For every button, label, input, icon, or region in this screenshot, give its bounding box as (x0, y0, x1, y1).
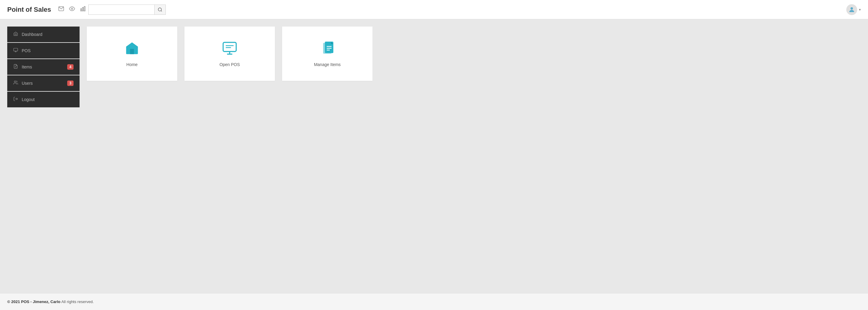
email-icon[interactable] (58, 6, 64, 13)
sidebar-label-dashboard: Dashboard (22, 32, 42, 37)
svg-rect-4 (84, 7, 85, 11)
footer-copyright: © 2021 POS - Jimenez, Carlo All rights r… (7, 300, 94, 304)
svg-point-7 (850, 7, 853, 10)
footer-copyright-bold: © 2021 POS - Jimenez, Carlo (7, 300, 60, 304)
svg-rect-3 (83, 7, 84, 11)
documents-icon (319, 40, 335, 58)
sidebar-label-users: Users (22, 81, 33, 86)
eye-icon[interactable] (69, 6, 75, 13)
footer-rights: All rights reserved. (60, 300, 94, 304)
card-home[interactable]: Home (87, 27, 177, 81)
card-manage-items[interactable]: Manage Items (282, 27, 373, 81)
content-area: Home Open POS (87, 27, 861, 286)
items-badge: 4 (67, 64, 73, 70)
sidebar-item-dashboard[interactable]: Dashboard (7, 27, 80, 42)
monitor-card-icon (222, 40, 238, 58)
search-bar (88, 4, 166, 15)
users-icon (13, 80, 18, 86)
sidebar-item-items[interactable]: Items 4 (7, 59, 80, 75)
sidebar-label-logout: Logout (22, 97, 35, 102)
bar-chart-icon[interactable] (80, 6, 86, 13)
user-dropdown-arrow: ▾ (859, 7, 861, 12)
header: Point of Sales (0, 0, 868, 19)
svg-line-6 (161, 10, 162, 11)
sidebar: Dashboard POS (7, 27, 80, 286)
items-icon (13, 64, 18, 70)
card-open-pos[interactable]: Open POS (184, 27, 275, 81)
card-home-label: Home (126, 62, 137, 67)
footer: © 2021 POS - Jimenez, Carlo All rights r… (0, 293, 868, 310)
card-manage-items-label: Manage Items (314, 62, 341, 67)
users-badge: 3 (67, 81, 73, 86)
app-title: Point of Sales (7, 6, 51, 13)
sidebar-label-pos: POS (22, 48, 31, 53)
pos-icon (13, 48, 18, 54)
search-button[interactable] (155, 4, 166, 15)
svg-rect-16 (223, 43, 236, 52)
search-icon (158, 7, 162, 12)
logout-icon (13, 96, 18, 103)
svg-rect-15 (130, 49, 134, 54)
search-input[interactable] (88, 4, 155, 15)
sidebar-item-logout[interactable]: Logout (7, 92, 80, 107)
header-icons (58, 6, 86, 13)
main-content: Dashboard POS (0, 19, 868, 293)
svg-point-13 (14, 81, 16, 82)
svg-rect-8 (13, 48, 18, 51)
card-open-pos-label: Open POS (219, 62, 240, 67)
sidebar-label-items: Items (22, 64, 32, 69)
svg-point-1 (71, 8, 73, 10)
svg-point-5 (158, 8, 161, 11)
avatar (846, 4, 857, 15)
user-menu[interactable]: ▾ (846, 4, 861, 15)
dashboard-icon (13, 31, 18, 37)
sidebar-item-users[interactable]: Users 3 (7, 75, 80, 91)
house-icon (124, 40, 140, 58)
svg-rect-2 (81, 9, 82, 11)
sidebar-item-pos[interactable]: POS (7, 43, 80, 58)
